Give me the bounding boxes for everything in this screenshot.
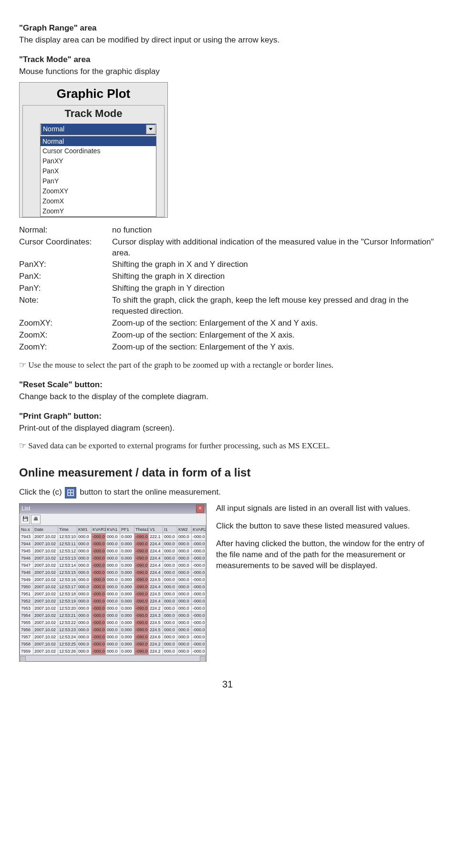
table-header[interactable]: PF1: [120, 526, 134, 533]
table-cell: 7944: [20, 540, 33, 547]
table-cell: 000.0: [77, 533, 92, 540]
table-row[interactable]: 79512007.10.0212:53:18000.0-000.0000.00.…: [20, 590, 206, 597]
table-cell: -000.0: [92, 633, 106, 640]
option-normal[interactable]: Normal: [41, 137, 156, 147]
table-cell: 7947: [20, 561, 33, 569]
save-button-icon[interactable]: 💾: [21, 515, 30, 524]
table-row[interactable]: 79582007.10.0212:53:25000.0-000.0000.00.…: [20, 640, 206, 647]
table-row[interactable]: 79552007.10.0212:53:22000.0-000.0000.00.…: [20, 619, 206, 626]
table-cell: -090.0: [134, 647, 149, 655]
table-cell: -090.0: [134, 547, 149, 554]
table-header[interactable]: Theta1: [134, 526, 149, 533]
table-header[interactable]: KW1: [77, 526, 92, 533]
table-cell: 0.000: [120, 640, 134, 647]
table-cell: 7957: [20, 633, 33, 640]
dropdown-arrow-icon[interactable]: [146, 125, 155, 134]
table-cell: 7945: [20, 547, 33, 554]
option-zoomxy[interactable]: ZoomXY: [41, 186, 156, 196]
table-cell: 2007.10.02: [33, 583, 58, 590]
option-panx[interactable]: PanX: [41, 166, 156, 176]
table-cell: -000.0: [92, 561, 106, 569]
table-cell: -000.0: [192, 576, 206, 583]
option-panxy[interactable]: PanXY: [41, 156, 156, 166]
option-zoomx[interactable]: ZoomX: [41, 196, 156, 206]
table-header[interactable]: Date: [33, 526, 58, 533]
table-row[interactable]: 79572007.10.0212:53:24000.0-000.0000.00.…: [20, 633, 206, 640]
table-row[interactable]: 79482007.10.0212:53:15000.0-000.0000.00.…: [20, 569, 206, 576]
table-cell: -090.0: [134, 583, 149, 590]
table-cell: 000.0: [106, 640, 120, 647]
table-row[interactable]: 79452007.10.0212:53:12000.0-000.0000.00.…: [20, 547, 206, 554]
option-cursor-coordinates[interactable]: Cursor Coordinates: [41, 146, 156, 156]
graphic-plot-title: Graphic Plot: [20, 83, 167, 104]
table-header[interactable]: KVA1: [106, 526, 120, 533]
table-cell: 000.0: [177, 554, 192, 561]
table-cell: -090.0: [134, 533, 149, 540]
track-mode-options-list[interactable]: Normal Cursor Coordinates PanXY PanX Pan…: [40, 136, 156, 217]
table-cell: 7951: [20, 590, 33, 597]
table-cell: 224.4: [149, 569, 163, 576]
table-cell: 0.000: [120, 633, 134, 640]
table-cell: -090.0: [134, 604, 149, 612]
track-mode-select[interactable]: Normal: [40, 124, 156, 135]
table-row[interactable]: 79592007.10.0212:53:26000.0-000.0000.00.…: [20, 647, 206, 655]
table-row[interactable]: 79432007.10.0212:53:10000.0-000.0000.00.…: [20, 533, 206, 540]
table-header[interactable]: KW2: [177, 526, 192, 533]
table-cell: -090.0: [134, 597, 149, 604]
track-mode-title: "Track Mode" area: [19, 54, 436, 65]
table-cell: 2007.10.02: [33, 554, 58, 561]
option-pany[interactable]: PanY: [41, 176, 156, 186]
def-desc: Cursor display with additional indicatio…: [112, 236, 436, 259]
export-note: ☞ Saved data can be exported to external…: [19, 441, 436, 452]
table-cell: 12:53:13: [58, 554, 77, 561]
table-cell: -090.0: [134, 561, 149, 569]
list-toolbar: 💾 🖶: [20, 514, 206, 526]
horizontal-scrollbar[interactable]: [20, 655, 206, 661]
option-zoomy[interactable]: ZoomY: [41, 206, 156, 216]
def-term: ZoomXY:: [19, 318, 112, 329]
def-desc: Zoom-up of the section: Enlargement of t…: [112, 318, 436, 329]
table-header[interactable]: KVAR2: [192, 526, 206, 533]
table-row[interactable]: 79442007.10.0212:53:11000.0-000.0000.00.…: [20, 540, 206, 547]
mode-definitions: Normal:no functionCursor Coordinates:Cur…: [19, 224, 436, 353]
table-row[interactable]: 79542007.10.0212:53:21000.0-000.0000.00.…: [20, 612, 206, 619]
table-cell: 0.000: [120, 590, 134, 597]
table-cell: 12:53:16: [58, 576, 77, 583]
print-graph-desc: Print-out of the displayed diagram (scre…: [19, 423, 436, 434]
table-header[interactable]: V1: [149, 526, 163, 533]
table-cell: 2007.10.02: [33, 533, 58, 540]
table-cell: 224.4: [149, 554, 163, 561]
table-row[interactable]: 79502007.10.0212:53:17000.0-000.0000.00.…: [20, 583, 206, 590]
table-cell: 224.5: [149, 576, 163, 583]
table-header[interactable]: No.s: [20, 526, 33, 533]
table-row[interactable]: 79462007.10.0212:53:13000.0-000.0000.00.…: [20, 554, 206, 561]
table-row[interactable]: 79492007.10.0212:53:16000.0-000.0000.00.…: [20, 576, 206, 583]
table-cell: 000.0: [77, 633, 92, 640]
table-cell: 000.0: [106, 576, 120, 583]
close-icon[interactable]: ×: [196, 505, 204, 513]
table-header[interactable]: Time: [58, 526, 77, 533]
measurement-table: No.sDateTimeKW1KVAR1KVA1PF1Theta1V1I1KW2…: [20, 526, 206, 655]
table-cell: 000.0: [106, 612, 120, 619]
table-cell: 224.5: [149, 619, 163, 626]
table-cell: -000.0: [192, 540, 206, 547]
table-cell: 000.0: [106, 583, 120, 590]
table-cell: 000.0: [77, 569, 92, 576]
table-cell: 000.0: [177, 576, 192, 583]
zoom-note: ☞ Use the mouse to select the part of th…: [19, 360, 436, 371]
table-row[interactable]: 79562007.10.0212:53:23000.0-000.0000.00.…: [20, 626, 206, 633]
table-cell: 000.0: [163, 590, 177, 597]
table-header[interactable]: KVAR1: [92, 526, 106, 533]
table-row[interactable]: 79532007.10.0212:53:20000.0-000.0000.00.…: [20, 604, 206, 612]
table-cell: -000.0: [192, 554, 206, 561]
table-cell: 000.0: [177, 540, 192, 547]
table-cell: -000.0: [92, 547, 106, 554]
print-button-icon[interactable]: 🖶: [31, 515, 41, 524]
def-term: PanY:: [19, 283, 112, 295]
table-row[interactable]: 79522007.10.0212:53:19000.0-000.0000.00.…: [20, 597, 206, 604]
table-cell: -090.0: [134, 633, 149, 640]
table-cell: 000.0: [177, 647, 192, 655]
table-row[interactable]: 79472007.10.0212:53:14000.0-000.0000.00.…: [20, 561, 206, 569]
table-header[interactable]: I1: [163, 526, 177, 533]
table-cell: 000.0: [77, 597, 92, 604]
